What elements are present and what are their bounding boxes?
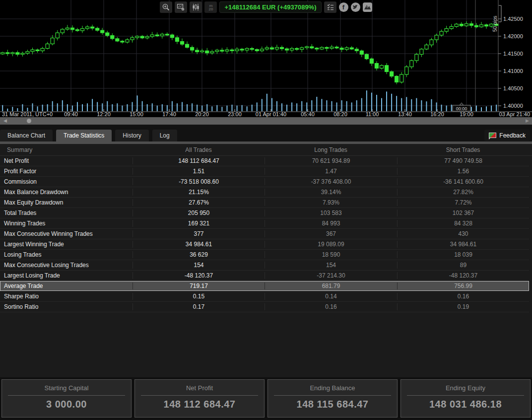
price-chart-panel[interactable]: 1.425001.420001.415001.410001.405001.400…: [0, 0, 532, 117]
table-row[interactable]: Winning Trades169 32184 99384 328: [0, 218, 529, 229]
all-trades-value: 0.17: [133, 303, 265, 310]
table-row[interactable]: Max Equity Drawdown27.67%7.93%7.72%: [0, 198, 529, 208]
short-trades-value: -36 141 600.60: [397, 178, 529, 185]
chart-settings-icon: [177, 3, 185, 11]
table-row[interactable]: Sharpe Ratio0.150.140.16: [0, 291, 529, 302]
all-trades-value: 21.15%: [133, 189, 265, 196]
row-label: Largest Winning Trade: [0, 241, 133, 248]
row-label: Max Consecutive Losing Trades: [0, 262, 133, 269]
short-trades-value: 18 039: [397, 251, 529, 258]
scroll-left-arrow-icon[interactable]: ◀: [3, 118, 7, 123]
table-row[interactable]: Max Consecutive Winning Trades377367430: [0, 229, 529, 239]
summary-box-divider: [274, 395, 391, 396]
tab-log[interactable]: Log: [152, 130, 177, 141]
row-label: Average Trade: [0, 282, 133, 289]
row-label: Commission: [0, 178, 133, 185]
scroll-thumb[interactable]: [27, 119, 31, 123]
summary-box-divider: [8, 395, 125, 396]
table-row[interactable]: Commission-73 518 008.60-37 376 408.00-3…: [0, 177, 529, 187]
feedback-flag-icon: [489, 133, 496, 138]
table-row[interactable]: Losing Trades36 62918 59018 039: [0, 250, 529, 260]
svg-text:1.40500: 1.40500: [503, 85, 523, 91]
facebook-button[interactable]: f: [339, 2, 348, 12]
svg-text:15:00: 15:00: [130, 111, 143, 117]
table-row[interactable]: Largest Losing Trade-48 120.37-37 214.30…: [0, 271, 529, 281]
table-row[interactable]: Sortino Ratio0.170.160.19: [0, 302, 529, 312]
all-trades-value: 34 984.61: [133, 241, 265, 248]
table-row[interactable]: Average Trade719.17681.79756.99: [0, 281, 529, 291]
all-trades-value: 154: [133, 262, 265, 269]
short-trades-value: 430: [397, 230, 529, 237]
row-label: Max Equity Drawdown: [0, 199, 133, 206]
table-row[interactable]: Total Trades205 950103 583102 367: [0, 208, 529, 218]
chart-type-button[interactable]: [190, 1, 202, 13]
long-trades-value: -37 376 408.00: [265, 178, 397, 185]
long-trades-value: 18 590: [265, 251, 397, 258]
long-trades-value: 367: [265, 230, 397, 237]
short-trades-value: 0.19: [397, 303, 529, 310]
column-header[interactable]: All Trades: [133, 146, 265, 153]
table-row[interactable]: Profit Factor1.511.471.56: [0, 166, 529, 177]
svg-text:11:00: 11:00: [366, 111, 379, 117]
summary-box-label: Ending Balance: [268, 384, 397, 392]
brand-button[interactable]: [363, 2, 372, 12]
candlestick-icon: [192, 3, 200, 11]
table-row[interactable]: Max Balance Drawdown21.15%39.14%27.82%: [0, 187, 529, 198]
midnight-marker: 00:00: [456, 106, 467, 111]
row-label: Sortino Ratio: [0, 303, 133, 310]
period-m20-button[interactable]: m 20: [204, 1, 217, 13]
summary-box-value: 3 000.00: [2, 399, 131, 410]
svg-text:1.42500: 1.42500: [503, 16, 523, 22]
column-header[interactable]: Long Trades: [265, 146, 397, 153]
summary-box-label: Net Profit: [135, 384, 264, 392]
summary-box-net-profit: Net Profit148 112 684.47: [134, 379, 265, 418]
chart-scrollbar[interactable]: ◀ ▶: [0, 117, 532, 125]
summary-box-ending-balance: Ending Balance148 115 684.47: [267, 379, 398, 418]
row-label: Sharpe Ratio: [0, 293, 133, 300]
svg-text:1.41000: 1.41000: [503, 68, 523, 74]
facebook-icon: f: [342, 3, 344, 11]
tab-trade-statistics[interactable]: Trade Statistics: [56, 130, 112, 141]
svg-text:1.40000: 1.40000: [503, 103, 523, 109]
chart-toolbar: m 20 +148112684 EUR (+4937089%) f: [0, 1, 532, 13]
short-trades-value: 756.99: [397, 282, 529, 289]
svg-text:19:00: 19:00: [460, 111, 473, 117]
table-row[interactable]: Max Consecutive Losing Trades15415489: [0, 260, 529, 271]
trade-statistics-table: SummaryAll TradesLong TradesShort Trades…: [0, 144, 532, 377]
scroll-right-arrow-icon[interactable]: ▶: [526, 118, 529, 123]
svg-text:05:40: 05:40: [301, 111, 315, 117]
table-header-row: SummaryAll TradesLong TradesShort Trades: [0, 144, 532, 156]
svg-text:13:40: 13:40: [398, 111, 412, 117]
all-trades-value: 377: [133, 230, 265, 237]
short-trades-value: 77 490 749.58: [397, 157, 529, 164]
row-label: Winning Trades: [0, 220, 133, 227]
table-row[interactable]: Largest Winning Trade34 984.6119 089.093…: [0, 239, 529, 250]
svg-text:31 Mar 2011, UTC+0: 31 Mar 2011, UTC+0: [2, 111, 53, 117]
svg-text:09:40: 09:40: [64, 111, 78, 117]
long-trades-value: 103 583: [265, 210, 397, 216]
column-header[interactable]: Short Trades: [397, 146, 529, 153]
zoom-button[interactable]: [160, 1, 172, 13]
short-trades-value: 84 328: [397, 220, 529, 227]
all-trades-value: 148 112 684.47: [133, 157, 265, 164]
checklist-button[interactable]: [324, 1, 336, 13]
short-trades-value: 27.82%: [397, 189, 529, 196]
svg-text:08:20: 08:20: [333, 111, 347, 117]
candlestick-chart[interactable]: 1.425001.420001.415001.410001.405001.400…: [0, 0, 532, 117]
feedback-button[interactable]: Feedback: [484, 130, 530, 141]
feedback-label: Feedback: [499, 132, 526, 139]
twitter-button[interactable]: [351, 2, 360, 12]
svg-text:03 Apr 21:40: 03 Apr 21:40: [499, 111, 530, 117]
checklist-icon: [326, 3, 334, 11]
chart-settings-button[interactable]: [175, 1, 187, 13]
column-header[interactable]: Summary: [0, 146, 133, 153]
short-trades-value: 89: [397, 262, 529, 269]
all-trades-value: 205 950: [133, 210, 265, 216]
table-row[interactable]: Net Profit148 112 684.4770 621 934.8977 …: [0, 156, 529, 166]
tab-balance-chart[interactable]: Balance Chart: [0, 130, 53, 141]
long-trades-value: 84 993: [265, 220, 397, 227]
all-trades-value: 27.67%: [133, 199, 265, 206]
long-trades-value: 0.14: [265, 293, 397, 300]
tab-history[interactable]: History: [115, 130, 148, 141]
all-trades-value: 36 629: [133, 251, 265, 258]
